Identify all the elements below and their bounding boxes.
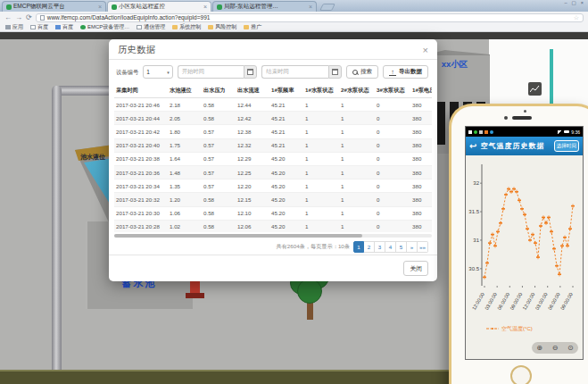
close-icon[interactable]: × [423, 46, 428, 55]
start-calendar-button[interactable] [244, 65, 257, 79]
page-button-»[interactable]: » [407, 241, 418, 253]
back-arrow-icon[interactable]: ↩ [469, 142, 476, 151]
new-tab-button[interactable] [319, 4, 335, 11]
column-header: 水池液位 [168, 84, 202, 98]
scene-ground [0, 370, 493, 384]
table-cell: 2017-03-21 20:34 [114, 179, 168, 193]
page-icon [30, 25, 36, 29]
table-cell: 1 [303, 112, 339, 125]
table-cell: 1.02 [168, 220, 202, 232]
bookmark-folder[interactable]: 风险控制 [208, 23, 236, 31]
bookmark-apps[interactable]: 应用 [5, 23, 23, 31]
bookmark-folder[interactable]: 推广 [244, 23, 261, 31]
window-minimize-button[interactable]: – [565, 1, 567, 6]
table-cell: 1 [339, 193, 375, 206]
bookmark-label: 风险控制 [215, 23, 236, 31]
address-bar[interactable]: www.lfemcp.com/DataAction!loadEquipInfo.… [36, 13, 584, 22]
bookmark-page[interactable]: 通信管理 [137, 23, 165, 31]
bookmark-emcp[interactable]: EMCP设备管理… [80, 23, 129, 31]
end-calendar-button[interactable] [328, 65, 342, 79]
device-number-select[interactable]: 1 ▾ [143, 65, 172, 79]
browser-tab-3[interactable]: 局部-泵站远程管理…× [212, 1, 317, 12]
window-maximize-button[interactable]: ▢ [572, 1, 576, 6]
bookmark-label: 推广 [251, 23, 261, 31]
zoom-out-button[interactable]: ⊖ [552, 345, 559, 352]
close-button[interactable]: 关闭 [403, 261, 428, 276]
table-cell: 0 [375, 152, 410, 165]
table-cell: 45.21 [269, 98, 303, 112]
orange-app-icon [484, 130, 488, 134]
table-row[interactable]: 2017-03-21 20:381.640.5712.2945.20110380 [114, 152, 432, 165]
bookmark-label: 通信管理 [144, 23, 165, 31]
table-cell: 12.38 [236, 125, 269, 138]
table-row[interactable]: 2017-03-21 20:341.350.5712.2045.20110380 [114, 179, 432, 193]
table-cell: 0.57 [202, 179, 236, 193]
table-row[interactable]: 2017-03-21 20:401.750.5712.3245.21110380 [114, 138, 432, 152]
sms-icon [468, 130, 472, 134]
chart-icon[interactable] [528, 82, 542, 96]
bookmark-star-icon[interactable]: ☆ [574, 14, 579, 21]
table-cell: 2017-03-21 20:46 [114, 98, 168, 112]
image-icon [55, 25, 61, 29]
page-button-5[interactable]: 5 [396, 241, 407, 253]
table-cell: 380 [410, 125, 432, 138]
column-header: 出水压力 [202, 84, 236, 98]
table-hscrollbar[interactable] [114, 234, 432, 238]
table-row[interactable]: 2017-03-21 20:421.800.5712.3845.21110380 [114, 125, 432, 138]
page-button-»»[interactable]: »» [418, 241, 428, 253]
bookmark-page[interactable]: 百度 [30, 23, 48, 31]
tab-label: EMCP物联网云平台 [13, 3, 65, 11]
download-icon [479, 130, 483, 134]
table-cell: 2017-03-21 20:32 [114, 193, 168, 206]
svg-text:09:00:00: 09:00:00 [559, 292, 574, 312]
svg-text:31.5: 31.5 [468, 209, 479, 214]
history-data-table: 采集时间水池液位出水压力出水流速1#泵频率1#水泵状态2#水泵状态3#水泵状态1… [114, 84, 432, 232]
export-icon: ↑ [389, 69, 396, 76]
table-row[interactable]: 2017-03-21 20:281.020.5812.0645.20110380 [114, 220, 432, 232]
bookmark-image[interactable]: 百度 [55, 23, 73, 31]
table-row[interactable]: 2017-03-21 20:321.200.5812.1545.20110380 [114, 193, 432, 206]
window-close-button[interactable]: × [581, 1, 584, 6]
page-button-2[interactable]: 2 [364, 241, 375, 253]
end-time-input[interactable]: 结束时间 [261, 65, 328, 79]
select-time-button[interactable]: 选择时间 [554, 140, 579, 152]
phone-mockup: 9:36 ↩ 空气温度历史数据 选择时间 30.53131.53212:00:0… [449, 104, 588, 384]
folder-icon [244, 25, 249, 29]
zoom-in-button[interactable]: ⊕ [536, 345, 542, 352]
page-button-4[interactable]: 4 [385, 241, 396, 253]
page-button-1[interactable]: 1 [353, 241, 364, 253]
tab-close-icon[interactable]: × [309, 4, 312, 10]
table-cell: 1 [303, 179, 339, 193]
browser-tab-1[interactable]: EMCP物联网云平台× [2, 1, 106, 12]
zoom-reset-button[interactable]: ⊙ [567, 345, 574, 352]
front-camera-icon [504, 116, 508, 120]
forward-icon[interactable]: → [15, 14, 22, 21]
export-data-button[interactable]: ↑ 导出数据 [383, 65, 428, 79]
table-cell: 0.58 [202, 193, 236, 206]
home-button[interactable] [510, 365, 532, 384]
table-row[interactable]: 2017-03-21 20:301.060.5812.1045.20110380 [114, 206, 432, 220]
search-button[interactable]: 搜索 [346, 65, 378, 79]
bookmark-folder[interactable]: 系统控制 [172, 23, 201, 31]
table-cell: 12.44 [236, 98, 269, 112]
tab-close-icon[interactable]: × [98, 4, 102, 10]
browser-tab-2[interactable]: 小区泵站远程监控× [107, 1, 211, 12]
svg-text:空气温度(°C): 空气温度(°C) [501, 325, 533, 332]
start-time-input[interactable]: 开始时间 [178, 65, 244, 79]
refresh-icon[interactable]: ⟳ [26, 14, 32, 21]
back-icon[interactable]: ← [4, 14, 12, 21]
table-cell: 1 [303, 193, 339, 206]
table-row[interactable]: 2017-03-21 20:462.180.5812.4445.21110380 [114, 98, 432, 112]
page-icon [137, 25, 142, 29]
pagination-pages: 12345»»» [353, 241, 428, 253]
history-data-modal: 历史数据 × 设备编号 1 ▾ 开始时间 结束时间 搜索 ↑ 导 [109, 39, 437, 281]
table-cell: 12.29 [236, 152, 269, 165]
table-cell: 0 [375, 112, 410, 125]
table-row[interactable]: 2017-03-21 20:442.050.5812.4245.21110380 [114, 112, 432, 125]
table-cell: 2017-03-21 20:36 [114, 165, 168, 179]
tab-close-icon[interactable]: × [203, 4, 207, 10]
page-button-3[interactable]: 3 [375, 241, 385, 253]
table-row[interactable]: 2017-03-21 20:361.480.5712.2545.20110380 [114, 165, 432, 179]
hscrollbar-thumb[interactable] [114, 234, 362, 238]
address-toolbar: ← → ⟳ www.lfemcp.com/DataAction!loadEqui… [0, 12, 588, 23]
